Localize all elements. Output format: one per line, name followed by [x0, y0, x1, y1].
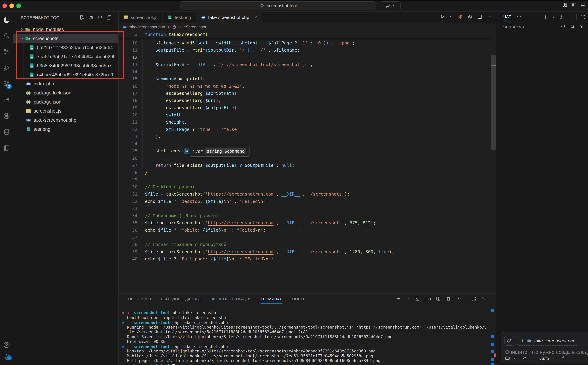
code-line-39[interactable]: 39$file = takeScreenshot('https://screen… — [119, 248, 491, 255]
code-line-21[interactable]: 21 $height, — [119, 119, 491, 126]
activity-git-icon[interactable] — [0, 44, 13, 60]
code-line-19[interactable]: 19 escapeshellarg($outputFile), — [119, 104, 491, 111]
activity-gear-icon[interactable]: 1 — [0, 351, 13, 363]
collapse-folders-icon[interactable] — [106, 15, 112, 20]
code-line-22[interactable]: 22 $fullPage ? 'true' : 'false' — [119, 126, 491, 133]
code-line-31[interactable]: 31$file = takeScreenshot('https://screen… — [119, 190, 491, 198]
toggle-sidebar-icon[interactable] — [571, 2, 576, 7]
activity-ext-icon[interactable]: 2 — [0, 76, 13, 92]
tree-item-package-json[interactable]: JSpackage.json — [13, 98, 119, 106]
tree-item-7ea51d35621e177e04594ab5d50295-[interactable]: 7ea51d35621e177e04594ab5d50295... — [13, 52, 119, 61]
run-dropdown-icon[interactable] — [449, 15, 453, 19]
expand-chat-icon[interactable] — [580, 14, 585, 20]
kill-terminal-icon[interactable] — [446, 296, 451, 301]
window-zoom-button[interactable] — [16, 3, 21, 8]
terminal-dropdown-icon[interactable] — [406, 297, 410, 301]
new-folder-icon[interactable] — [88, 15, 93, 20]
refresh-sessions-icon[interactable] — [560, 24, 566, 29]
activity-folders-icon[interactable] — [0, 92, 13, 108]
attach-button[interactable] — [504, 336, 514, 346]
tree-item-screenshot-js[interactable]: JSscreenshot.js — [13, 106, 119, 116]
chat-tabs-more[interactable]: ⋯ — [517, 14, 522, 19]
code-line-36[interactable]: 36echo $file ? "Mobile: {$file}\n" : "Fa… — [119, 227, 491, 234]
code-line-28[interactable]: 28} — [119, 169, 491, 176]
code-line-11[interactable]: 11 $outputFile = rtrim($outputDir, '/') … — [119, 47, 491, 54]
editor-scrollbar[interactable] — [491, 55, 496, 150]
chevron-down-icon[interactable] — [552, 357, 556, 360]
code-line-25[interactable]: 25 shell_exec($command); — [119, 147, 491, 154]
breadcrumb-symbol[interactable]: takeScreenshot — [178, 25, 206, 29]
filter-sessions-icon[interactable] — [579, 24, 585, 29]
command-center-search[interactable]: screenshot-tool — [180, 1, 376, 10]
window-close-button[interactable] — [2, 3, 7, 8]
chevron-down-icon[interactable] — [531, 357, 534, 360]
tree-item-5a21671f1f883b2dadb10565624d64-[interactable]: 5a21671f1f883b2dadb10565624d64... — [13, 43, 119, 52]
code-line-15[interactable]: 15 $command = sprintf( — [119, 75, 491, 83]
panel-tab-порты[interactable]: ПОРТЫ — [292, 294, 306, 305]
chevron-down-icon[interactable] — [513, 357, 517, 360]
tree-item-5358e84d62981998ebbf698e565a7-[interactable]: 5358e84d62981998ebbf698e565a7... — [13, 61, 119, 70]
run-file-icon[interactable] — [439, 14, 445, 19]
code-line-26[interactable]: 26 — [119, 154, 491, 162]
code-line-17[interactable]: 17 escapeshellarg($scriptPath), — [119, 90, 491, 97]
tree-item-take-screenshot-php[interactable]: phptake-screenshot.php — [13, 116, 119, 125]
new-terminal-icon[interactable] — [396, 296, 401, 301]
tree-item-test-png[interactable]: test.png — [13, 125, 119, 134]
code-line-23[interactable]: 23 ); — [119, 133, 491, 140]
search-sessions-icon[interactable] — [570, 24, 575, 29]
customize-layout-icon[interactable] — [562, 2, 567, 7]
tab-screenshot-js[interactable]: JSscreenshot.js — [119, 12, 163, 23]
claude-extension-icon[interactable] — [458, 14, 463, 19]
more-actions-icon[interactable] — [487, 14, 492, 19]
chat-tab[interactable]: ЧАТ — [503, 14, 511, 19]
activity-search-icon[interactable] — [0, 28, 13, 44]
panel-tab-консоль-отладки[interactable]: КОНСОЛЬ ОТЛАДКИ — [212, 294, 251, 305]
breadcrumb-file[interactable]: take-screenshot.php — [129, 25, 165, 29]
tree-item-index-php[interactable]: phpindex.php — [13, 79, 119, 88]
tree-item-screenshots[interactable]: screenshots — [13, 34, 119, 43]
code-line-20[interactable]: 20 $width, — [119, 111, 491, 119]
refresh-explorer-icon[interactable] — [97, 15, 103, 20]
terminal-output[interactable]: ⊗ → screenshot-tool php take-screenshot … — [122, 310, 488, 365]
new-session-icon[interactable] — [543, 14, 548, 20]
close-panel-icon[interactable] — [481, 296, 487, 301]
attached-file-chip[interactable]: + php take-screenshot.php — [517, 336, 579, 346]
code-line-24[interactable]: 24 — [119, 140, 491, 147]
code-line-33[interactable]: 33 — [119, 205, 491, 212]
code-line-40[interactable]: 40echo $file ? "Full page: {$file}\n" : … — [119, 255, 491, 262]
panel-tab-терминал[interactable]: ТЕРМИНАЛ — [261, 294, 282, 305]
split-editor-icon[interactable] — [477, 14, 482, 19]
code-line-27[interactable]: 27 return file_exists($outputFile) ? $ou… — [119, 162, 491, 169]
new-session-dropdown-icon[interactable] — [552, 15, 556, 19]
chat-more-icon[interactable] — [568, 14, 573, 20]
activity-docs-icon[interactable] — [0, 140, 13, 156]
tree-item-node-modules[interactable]: node_modules — [13, 25, 119, 34]
tab-take-screenshot-php[interactable]: phptake-screenshot.php× — [196, 12, 262, 23]
preview-mode-icon[interactable] — [505, 356, 510, 361]
sticky-scroll-line[interactable]: 3function takeScreenshot( — [119, 31, 491, 38]
window-minimize-button[interactable] — [9, 3, 14, 8]
tab-test-png[interactable]: test.png — [163, 12, 196, 23]
code-line-12[interactable]: 12 — [119, 54, 491, 61]
model-selector[interactable]: Auto — [540, 356, 549, 361]
activity-account-icon[interactable] — [0, 339, 13, 351]
activity-files-icon[interactable] — [0, 12, 13, 28]
chat-input-box[interactable]: + php take-screenshot.php Опишите, что н… — [501, 332, 588, 364]
code-line-30[interactable]: 30// Desktop-скриншот — [119, 183, 491, 190]
code-line-34[interactable]: 34// Мобильный (iPhone-размер) — [119, 212, 491, 219]
code-line-32[interactable]: 32echo $file ? "Desktop: {$file}\n" : "F… — [119, 198, 491, 205]
panel-tab-проблемы[interactable]: ПРОБЛЕМЫ — [128, 294, 151, 305]
tree-item-c4bbec48abad9f7391e640e8725cc9-[interactable]: c4bbec48abad9f7391e640e8725cc9... — [13, 70, 119, 79]
split-terminal-icon[interactable] — [436, 296, 441, 301]
code-line-37[interactable]: 37 — [119, 234, 491, 241]
activity-debug-icon[interactable] — [0, 60, 13, 76]
code-line-10[interactable]: 10 $filename = md5($url . $width . $heig… — [119, 39, 491, 47]
code-line-29[interactable]: 29 — [119, 176, 491, 183]
tree-item-package-lock-json[interactable]: JSpackage-lock.json — [13, 88, 119, 98]
activity-share-icon[interactable] — [0, 108, 13, 124]
terminal-more-icon[interactable] — [456, 296, 461, 301]
code-line-13[interactable]: 13 $scriptPath = __DIR__ . '/../screensh… — [119, 61, 491, 68]
panel-tab-выходные-данные[interactable]: ВЫХОДНЫЕ ДАННЫЕ — [161, 294, 202, 305]
new-chat-button[interactable] — [381, 1, 401, 10]
chat-settings-icon[interactable] — [559, 14, 564, 20]
